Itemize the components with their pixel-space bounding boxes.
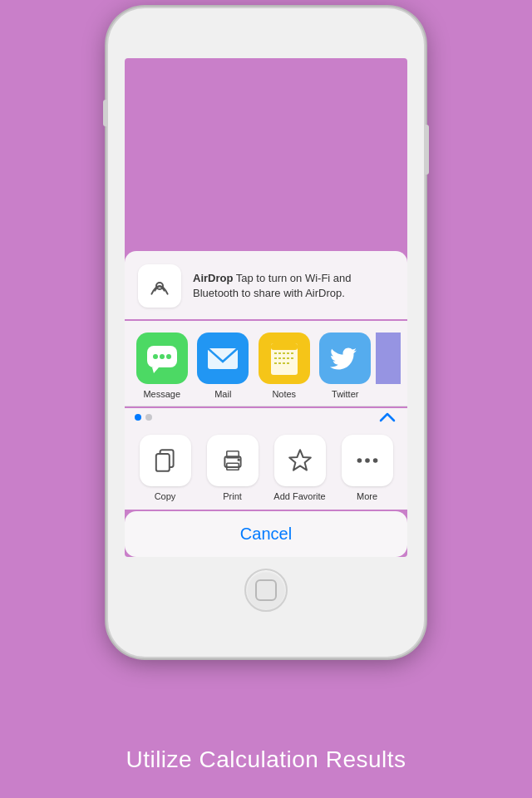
airdrop-icon[interactable] (138, 264, 181, 308)
bottom-tagline: Utilize Calculation Results (0, 746, 532, 773)
airdrop-title: AirDrop (193, 272, 233, 284)
more-label: More (357, 491, 377, 501)
message-app-label: Message (143, 389, 180, 399)
scroll-dot-1 (135, 414, 141, 421)
mail-app-icon[interactable] (197, 332, 249, 384)
twitter-app-label: Twitter (332, 389, 358, 399)
home-button[interactable] (244, 569, 288, 612)
app-item-twitter[interactable]: Twitter (315, 332, 377, 399)
mail-app-label: Mail (214, 389, 231, 399)
copy-icon (152, 447, 179, 474)
scroll-indicator (125, 408, 407, 426)
airdrop-section[interactable]: AirDrop Tap to turn on Wi-Fi and Bluetoo… (125, 251, 407, 319)
apps-section: Message Mail (125, 321, 407, 406)
airdrop-symbol (146, 273, 173, 299)
print-label: Print (223, 491, 242, 501)
copy-label: Copy (155, 491, 176, 501)
share-sheet: AirDrop Tap to turn on Wi-Fi and Bluetoo… (125, 251, 407, 557)
svg-point-20 (365, 458, 370, 463)
svg-point-4 (160, 354, 165, 359)
star-icon (287, 447, 313, 474)
cancel-section: Cancel (125, 511, 407, 557)
notes-app-label: Notes (272, 389, 296, 399)
message-app-icon[interactable] (136, 332, 188, 384)
svg-marker-2 (152, 367, 159, 373)
notes-app-icon[interactable] (259, 332, 310, 384)
phone-shell: AirDrop Tap to turn on Wi-Fi and Bluetoo… (108, 8, 424, 657)
scroll-dot-2 (145, 414, 152, 421)
message-icon-svg (144, 340, 180, 377)
notes-icon-svg (266, 340, 303, 377)
add-favorite-icon-wrap[interactable] (274, 435, 326, 486)
svg-point-19 (357, 458, 362, 463)
svg-rect-11 (271, 343, 298, 350)
print-icon-wrap[interactable] (207, 435, 259, 486)
action-item-print[interactable]: Print (199, 435, 266, 501)
more-icon (354, 447, 381, 474)
action-item-more[interactable]: More (333, 435, 401, 501)
phone-screen: AirDrop Tap to turn on Wi-Fi and Bluetoo… (125, 58, 407, 557)
app-item-extra[interactable] (376, 332, 401, 399)
actions-section: Copy Print (125, 426, 407, 510)
svg-point-3 (153, 354, 158, 359)
svg-rect-13 (155, 454, 169, 471)
mail-icon-svg (204, 340, 241, 377)
print-icon (219, 447, 246, 474)
add-favorite-label: Add Favorite (273, 491, 325, 501)
app-item-mail[interactable]: Mail (193, 332, 254, 399)
more-icon-wrap[interactable] (342, 435, 393, 486)
svg-point-5 (166, 354, 171, 359)
action-item-copy[interactable]: Copy (131, 435, 199, 501)
svg-point-17 (237, 459, 239, 461)
scroll-up-button[interactable] (377, 411, 397, 424)
cancel-button[interactable]: Cancel (125, 511, 407, 557)
home-button-inner (255, 579, 277, 601)
app-item-message[interactable]: Message (131, 332, 193, 399)
airdrop-text: AirDrop Tap to turn on Wi-Fi and Bluetoo… (193, 271, 394, 301)
action-item-add-favorite[interactable]: Add Favorite (266, 435, 333, 501)
twitter-icon-svg (327, 340, 363, 377)
copy-icon-wrap[interactable] (140, 435, 191, 486)
svg-point-21 (372, 458, 377, 463)
scroll-dots (135, 414, 152, 421)
svg-marker-18 (289, 450, 311, 470)
twitter-app-icon[interactable] (319, 332, 371, 384)
app-item-notes[interactable]: Notes (254, 332, 315, 399)
